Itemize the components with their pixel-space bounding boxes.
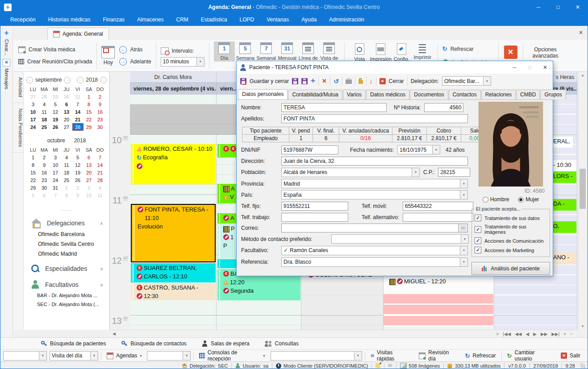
add-icon[interactable]	[311, 78, 315, 84]
day-cell[interactable]: 20	[83, 169, 95, 176]
appointment-suarez[interactable]: SUAREZ BELTRAN,CARLOS - 12:10	[131, 263, 216, 282]
day-cell[interactable]: 28	[72, 123, 83, 131]
direccion-input[interactable]: Juan de la Cierva, 32	[281, 157, 468, 166]
menu-item[interactable]: Estadística	[195, 14, 234, 26]
section-delegaciones[interactable]: Delegaciones ∧	[24, 213, 109, 229]
day-cell[interactable]: 28	[95, 176, 106, 184]
tfijo-input[interactable]: 915552211	[281, 202, 348, 211]
section-especialidades[interactable]: Especialidades ∨	[24, 259, 109, 275]
undo-icon[interactable]	[334, 78, 339, 85]
pais-select[interactable]: España	[281, 190, 468, 199]
day-cell[interactable]: 4	[95, 184, 106, 191]
cp-input[interactable]: 28215	[438, 168, 470, 177]
interval-select[interactable]: 10 minutos	[161, 57, 204, 66]
patient-photo[interactable]	[478, 102, 543, 187]
scroll-up-icon[interactable]: ▲	[579, 73, 587, 77]
day-cell[interactable]: 16	[95, 108, 106, 116]
month-next-icon[interactable]: →	[64, 77, 71, 83]
day-cell[interactable]: 2	[72, 184, 83, 191]
year-prev-icon[interactable]: ←	[77, 77, 83, 83]
nav-button[interactable]: ◀◀	[515, 332, 521, 336]
poblacion-select[interactable]: Alcalá de Henares	[281, 168, 420, 177]
consent-checkbox-row[interactable]: ✓Tratamiento de sus datos	[475, 215, 547, 221]
day-cell[interactable]: 17	[28, 116, 39, 123]
day-cell[interactable]: 5	[50, 100, 61, 108]
view-button-semanal[interactable]: 7Semanal	[256, 41, 277, 62]
column-date-header[interactable]: viernes, 28 de septiembre (4 vis...	[130, 83, 217, 95]
day-cell[interactable]: 27	[61, 123, 72, 131]
day-cell[interactable]: 12	[72, 161, 83, 169]
dialog-tab-grupos[interactable]: Grupos	[540, 90, 566, 100]
consent-checkbox-row[interactable]: ✓Acciones de Marketing	[475, 247, 547, 253]
menu-item[interactable]: Almacenes	[131, 14, 170, 26]
day-cell[interactable]: 29	[50, 93, 61, 100]
delegacion-select[interactable]: Ofimedic Bar...	[442, 76, 491, 86]
menu-item[interactable]: LOPD	[234, 14, 261, 26]
column-doctor-header[interactable]: Dr. Carlos Mora	[130, 72, 217, 83]
create-visit-button[interactable]: Crear Visita médica	[18, 44, 92, 56]
back-button[interactable]: ←Atrás	[119, 44, 151, 56]
dialog-tab-varios[interactable]: Varios	[343, 90, 366, 100]
day-cell[interactable]: 26	[72, 176, 83, 184]
status-note[interactable]	[375, 363, 380, 368]
day-cell[interactable]: 4	[39, 100, 50, 108]
day-cell[interactable]: 6	[61, 100, 72, 108]
metodo-select[interactable]	[331, 234, 469, 244]
radio-hombre[interactable]: Hombre	[483, 196, 509, 203]
save-new-icon[interactable]	[301, 78, 308, 84]
day-cell[interactable]: 20	[61, 116, 72, 123]
menu-item[interactable]: Ventanas	[260, 14, 295, 26]
day-cell[interactable]: 10	[83, 191, 95, 199]
day-cell[interactable]: 22	[83, 116, 95, 123]
day-cell[interactable]: 6	[39, 191, 50, 199]
day-cell[interactable]: 22	[28, 176, 39, 184]
print-config-button[interactable]: Config.	[391, 41, 412, 62]
nombre-input[interactable]: TERESA	[281, 103, 387, 112]
day-cell[interactable]: 13	[83, 161, 95, 169]
dialog-tab-documentos[interactable]: Documentos	[410, 90, 448, 100]
dialog-tab-datos-personales[interactable]: Datos personales	[238, 89, 288, 100]
dialog-maximize-button[interactable]: □	[528, 64, 531, 70]
day-cell[interactable]: 6	[83, 153, 95, 161]
fnac-select[interactable]: 16/10/1975	[397, 145, 440, 154]
print-icon[interactable]	[346, 79, 352, 84]
agendas-button[interactable]: Agendas▾	[104, 352, 144, 359]
day-cell[interactable]: 4	[61, 153, 72, 161]
tab-close-icon[interactable]: ✕	[579, 29, 583, 36]
visita-del-dia-select[interactable]: Visita del día	[50, 351, 98, 361]
minimize-button[interactable]: ─	[529, 0, 548, 14]
maximize-button[interactable]: □	[548, 0, 568, 14]
nav-button[interactable]: ▶▶|	[551, 332, 559, 336]
day-cell[interactable]: 8	[28, 161, 39, 169]
day-cell[interactable]: 30	[95, 123, 106, 131]
tmovil-input[interactable]: 655443322	[403, 202, 473, 211]
day-cell[interactable]: 30	[39, 184, 50, 191]
forward-button[interactable]: →Adelante	[119, 56, 151, 68]
quick-b-squeda-de-contactos[interactable]: Búsqueda de contactos	[121, 340, 186, 347]
quick-consultas[interactable]: Consultas	[265, 340, 299, 347]
dialog-cerrar-button[interactable]: Cerrar	[389, 78, 404, 84]
day-cell[interactable]: 9	[39, 161, 50, 169]
filter-select-2[interactable]	[147, 351, 191, 361]
day-cell[interactable]: 15	[28, 169, 39, 176]
day-cell[interactable]: 9	[95, 100, 106, 108]
day-cell[interactable]: 7	[95, 153, 106, 161]
status-mail[interactable]	[388, 363, 392, 369]
dialog-tab-datos-m-dicos[interactable]: Datos médicos	[366, 90, 409, 100]
day-cell[interactable]: 3	[83, 184, 95, 191]
today-button[interactable]: Hoy	[101, 46, 115, 66]
day-cell[interactable]: 21	[72, 116, 83, 123]
day-cell[interactable]: 21	[95, 169, 106, 176]
day-cell[interactable]: 19	[72, 169, 83, 176]
view-button-mensual[interactable]: 31Mensual	[277, 41, 298, 62]
day-cell[interactable]: 7	[50, 191, 61, 199]
quick-b-squeda-de-pacientes[interactable]: Búsqueda de pacientes	[41, 340, 106, 347]
create-meeting-button[interactable]: Crear Reunión/Cita privada	[18, 56, 92, 68]
messages-close-icon[interactable]: ✕	[3, 59, 10, 66]
delegacion-item[interactable]: Ofimedic Madrid	[24, 249, 109, 259]
correo-input[interactable]	[281, 224, 468, 232]
day-cell[interactable]: 23	[95, 116, 106, 123]
delete-icon[interactable]	[322, 78, 327, 84]
delegacion-item[interactable]: Ofimedic Sevilla Centro	[24, 239, 109, 249]
dialog-tab-contactos[interactable]: Contactos	[449, 90, 481, 100]
